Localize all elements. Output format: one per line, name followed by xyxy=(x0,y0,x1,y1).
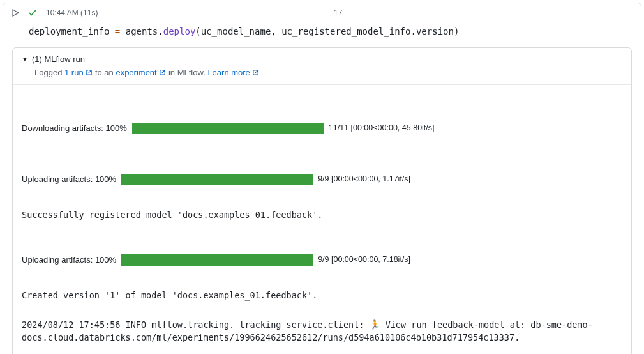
external-link-icon xyxy=(86,68,93,78)
log-line: Successfully registered model 'docs.exam… xyxy=(22,208,622,222)
notebook-cell: 10:44 AM (11s) 17 deployment_info = agen… xyxy=(3,3,641,354)
progress-label: Uploading artifacts: 100% xyxy=(22,254,116,266)
mlflow-experiment-link[interactable]: experiment xyxy=(116,68,156,77)
external-link-icon xyxy=(252,68,259,78)
execution-time: 10:44 AM (11s) xyxy=(46,8,98,17)
log-line: Created version '1' of model 'docs.examp… xyxy=(22,289,622,302)
execution-count: 17 xyxy=(334,8,342,17)
progress-bar xyxy=(132,123,324,134)
progress-label: Uploading artifacts: 100% xyxy=(22,173,116,186)
progress-label: Downloading artifacts: 100% xyxy=(22,122,127,135)
progress-row: Uploading artifacts: 100% 9/9 [00:00<00:… xyxy=(22,173,622,186)
log-line: 2024/08/12 17:45:56 INFO mlflow.tracking… xyxy=(22,318,622,345)
cell-header: 10:44 AM (11s) 17 xyxy=(3,3,641,22)
mlflow-toggle[interactable]: ▼ (1) MLflow run xyxy=(22,54,622,64)
code-editor[interactable]: deployment_info = agents.deploy(uc_model… xyxy=(3,22,641,47)
mlflow-run-link[interactable]: 1 run xyxy=(64,68,84,77)
progress-bar xyxy=(121,254,313,266)
output-body: Downloading artifacts: 100% 11/11 [00:00… xyxy=(13,85,631,354)
mlflow-summary: Logged 1 run to an experiment in MLflow.… xyxy=(22,64,622,78)
progress-row: Uploading artifacts: 100% 9/9 [00:00<00:… xyxy=(22,254,622,266)
cell-output: ▼ (1) MLflow run Logged 1 run to an expe… xyxy=(12,47,632,354)
progress-bar xyxy=(121,174,313,185)
run-cell-button[interactable] xyxy=(12,9,19,17)
success-check-icon xyxy=(28,8,37,17)
mlflow-toggle-label: (1) MLflow run xyxy=(32,54,85,64)
external-link-icon xyxy=(159,68,166,78)
mlflow-run-panel: ▼ (1) MLflow run Logged 1 run to an expe… xyxy=(13,48,631,85)
progress-stats: 9/9 [00:00<00:00, 1.17it/s] xyxy=(318,173,410,185)
progress-stats: 11/11 [00:00<00:00, 45.80it/s] xyxy=(329,122,435,134)
caret-down-icon: ▼ xyxy=(22,56,28,63)
learn-more-link[interactable]: Learn more xyxy=(207,68,250,77)
progress-row: Downloading artifacts: 100% 11/11 [00:00… xyxy=(22,122,622,135)
progress-stats: 9/9 [00:00<00:00, 7.18it/s] xyxy=(318,254,410,266)
